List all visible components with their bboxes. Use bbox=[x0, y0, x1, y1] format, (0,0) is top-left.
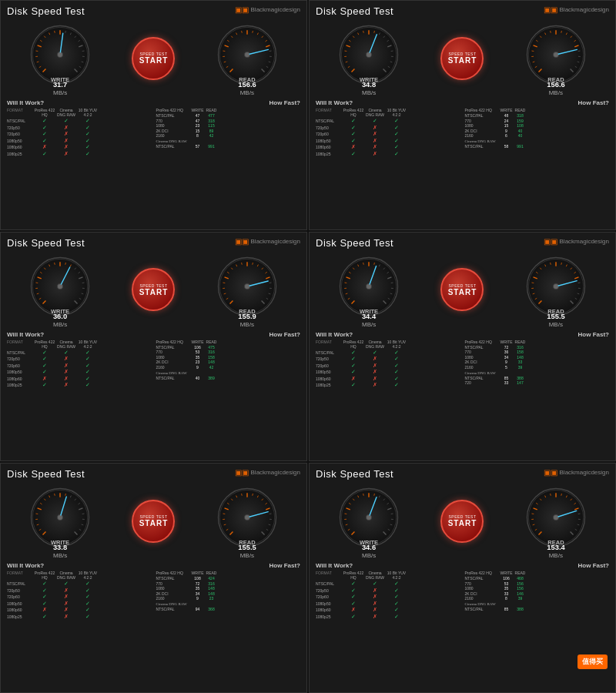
brand-label: ▣▣ Blackmagicdesign bbox=[235, 468, 300, 477]
start-gauge-container[interactable]: SPEED TEST START bbox=[132, 37, 175, 80]
start-button[interactable]: SPEED TEST START bbox=[132, 500, 175, 543]
row-label: 1080p50 bbox=[7, 601, 34, 606]
start-gauge-container[interactable]: SPEED TEST START bbox=[440, 268, 484, 311]
will-work-row: 1080p25 ✓ ✗ ✓ bbox=[316, 382, 460, 388]
cinema-cell: ✗ bbox=[364, 594, 386, 600]
yuv-cell: ✓ bbox=[77, 614, 99, 620]
row-label: 1080p50 bbox=[7, 139, 34, 143]
how-fast-header: ProRes 422 HQ WRITE READ bbox=[156, 108, 301, 112]
write-gauge: WRITE 33.8 bbox=[25, 483, 95, 552]
section-headers: Will It Work? How Fast? bbox=[316, 562, 609, 569]
prores-hf-header: ProRes 422 HQ bbox=[156, 571, 191, 575]
will-work-row: NTSC/PAL ✓ ✓ ✓ bbox=[7, 118, 152, 124]
how-fast-row: 1080 23 115 bbox=[156, 123, 301, 128]
data-tables: FORMAT ProRes 422 HQ Cinema DNG RAW 10 B… bbox=[316, 108, 609, 226]
yuv-cell: ✓ bbox=[77, 369, 99, 375]
hf-read-val: 148 bbox=[205, 360, 219, 364]
prores-cell: ✓ bbox=[343, 118, 364, 124]
prores-cell: ✓ bbox=[343, 350, 364, 356]
brand-icon: ▣▣ bbox=[235, 237, 249, 246]
how-fast-row: 770 36 158 bbox=[465, 350, 610, 354]
will-work-row: 720p60 ✓ ✗ ✓ bbox=[316, 363, 460, 369]
read-gauge: READ 155.5 bbox=[521, 252, 591, 321]
cinema-cell: ✓ bbox=[55, 350, 77, 356]
cinema-header: Cinema DNG RAW bbox=[364, 108, 386, 117]
how-fast-row: 1080 35 158 bbox=[156, 355, 301, 360]
row-label: 1080p25 bbox=[316, 383, 343, 387]
start-gauge-container[interactable]: SPEED TEST START bbox=[132, 268, 175, 311]
panel-header: Disk Speed Test ▣▣ Blackmagicdesign bbox=[316, 5, 609, 17]
cinema-read-val: 147 bbox=[514, 380, 527, 385]
hf-read-val: 23 bbox=[205, 596, 219, 601]
will-work-row: 720p50 ✓ ✗ ✓ bbox=[316, 356, 460, 362]
cinema-row-label: NTSC/PAL bbox=[465, 607, 500, 611]
svg-point-249 bbox=[58, 516, 62, 521]
gauges-row: WRITE 34.4 MB/s SPEED TEST START bbox=[316, 252, 609, 328]
cinema-write-val: 58 bbox=[500, 144, 514, 149]
how-fast-table: ProRes 422 HQ WRITE READ NTSC/PAL 106 47… bbox=[156, 340, 301, 458]
start-gauge-container[interactable]: SPEED TEST START bbox=[440, 37, 484, 80]
start-button[interactable]: SPEED TEST START bbox=[440, 500, 484, 543]
brand-icon: ▣▣ bbox=[235, 5, 249, 14]
prores-cell: ✓ bbox=[34, 356, 55, 362]
hf-read-val: 158 bbox=[514, 350, 527, 354]
start-button[interactable]: SPEED TEST START bbox=[132, 37, 175, 80]
cinema-write-val: 85 bbox=[500, 376, 514, 380]
prores-cell: ✓ bbox=[343, 581, 364, 587]
how-fast-header: ProRes 422 HQ WRITE READ bbox=[465, 108, 610, 112]
svg-point-109 bbox=[554, 52, 558, 57]
yuv-cell: ✓ bbox=[386, 151, 407, 157]
how-fast-row: 1080 35 156 bbox=[465, 586, 610, 591]
yuv-cell: ✓ bbox=[386, 382, 407, 388]
yuv-header: 10 Bit YUV 4:2:2 bbox=[77, 571, 99, 580]
start-button[interactable]: SPEED TEST START bbox=[132, 268, 175, 311]
svg-text:34.6: 34.6 bbox=[362, 544, 376, 552]
hf-write-val: 15 bbox=[500, 123, 514, 128]
prores-cell: ✓ bbox=[343, 601, 364, 607]
start-label: START bbox=[448, 519, 477, 527]
gauges-row: WRITE 36.0 MB/s SPEED TEST START bbox=[7, 252, 300, 328]
write-gauge-container: WRITE 36.0 MB/s bbox=[25, 252, 95, 328]
row-label: 1080p50 bbox=[316, 139, 343, 143]
hf-read-val: 316 bbox=[205, 350, 219, 354]
will-it-work-label: Will It Work? bbox=[316, 331, 353, 338]
read-unit: MB/s bbox=[549, 321, 563, 328]
write-hf-header: WRITE bbox=[500, 340, 514, 344]
row-label: 720p60 bbox=[7, 132, 34, 136]
how-fast-row: 1080 35 148 bbox=[156, 586, 301, 591]
start-gauge-container[interactable]: SPEED TEST START bbox=[132, 500, 175, 543]
cinema-raw-section: Cinema DNG RAW NTSC/PAL 57 991 bbox=[156, 139, 301, 149]
will-work-table: FORMAT ProRes 422 HQ Cinema DNG RAW 10 B… bbox=[7, 571, 152, 689]
will-work-row: 1080p25 ✓ ✗ ✓ bbox=[316, 151, 460, 157]
cinema-read-val: 389 bbox=[205, 376, 219, 380]
hf-write-val: 106 bbox=[191, 345, 205, 350]
hf-row-label: 2K DCI bbox=[465, 129, 500, 133]
prores-cell: ✓ bbox=[343, 382, 364, 388]
how-fast-row: 2K DCI 34 148 bbox=[156, 591, 301, 596]
read-gauge-container: READ 155.5 MB/s bbox=[213, 483, 282, 559]
start-button[interactable]: SPEED TEST START bbox=[440, 37, 484, 80]
prores-cell: ✓ bbox=[34, 594, 55, 600]
svg-point-165 bbox=[245, 284, 249, 289]
will-work-row: NTSC/PAL ✓ ✓ ✓ bbox=[7, 581, 152, 587]
start-button[interactable]: SPEED TEST START bbox=[440, 268, 484, 311]
write-gauge-container: WRITE 34.8 MB/s bbox=[334, 20, 403, 96]
svg-point-305 bbox=[367, 516, 371, 521]
format-header: FORMAT bbox=[316, 340, 343, 349]
hf-read-val: 108 bbox=[514, 123, 527, 128]
cinema-raw-section: Cinema DNG RAW NTSC/PAL 40 389 bbox=[156, 371, 301, 380]
prores-cell: ✓ bbox=[34, 581, 55, 587]
hf-write-val: 5 bbox=[500, 365, 514, 370]
how-fast-row: 1080 34 148 bbox=[465, 355, 610, 360]
will-work-row: 720p60 ✓ ✗ ✓ bbox=[316, 131, 460, 137]
will-work-header: FORMAT ProRes 422 HQ Cinema DNG RAW 10 B… bbox=[316, 571, 460, 580]
hf-row-label: NTSC/PAL bbox=[465, 576, 500, 581]
read-gauge: READ 156.6 bbox=[213, 20, 282, 89]
hf-write-val: 72 bbox=[500, 345, 514, 350]
how-fast-row: 770 72 316 bbox=[156, 581, 301, 586]
row-label: 720p50 bbox=[316, 126, 343, 130]
yuv-cell: ✓ bbox=[386, 601, 407, 607]
will-work-row: 1080p50 ✓ ✗ ✓ bbox=[316, 138, 460, 144]
will-work-row: 1080p25 ✓ ✗ ✓ bbox=[7, 382, 152, 388]
start-gauge-container[interactable]: SPEED TEST START bbox=[440, 500, 484, 543]
